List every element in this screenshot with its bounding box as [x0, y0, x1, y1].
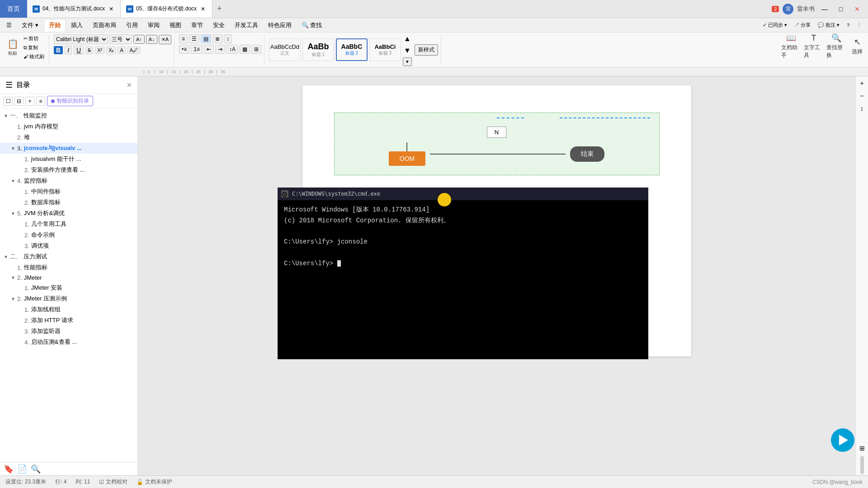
user-avatar[interactable]: 雷 — [783, 4, 793, 14]
notification-badge[interactable]: 2 — [772, 6, 779, 12]
ribbon-tab-home[interactable]: 开始 — [44, 19, 66, 32]
sidebar-add-btn[interactable]: + — [25, 97, 34, 106]
toc-item-tune[interactable]: 3. 调优项 — [0, 240, 137, 251]
rp-table-icon[interactable]: ⊞ — [857, 443, 867, 453]
sort-button[interactable]: ↕A — [226, 45, 238, 54]
help-button[interactable]: ? — [845, 21, 851, 29]
comment-button[interactable]: 💬 批注 ▾ — [816, 21, 841, 29]
toc-item-stress[interactable]: ▼ 二、 压力测试 — [0, 251, 137, 262]
toc-item-heap[interactable]: 2. 堆 — [0, 132, 137, 143]
toc-item-jmeter-test[interactable]: ▼ 2. JMeter 压测示例 — [0, 293, 137, 304]
copy-button[interactable]: ⧉ 复制 — [22, 43, 46, 52]
tab-item-1[interactable]: W 04、性能与压力测试.docx ✕ — [27, 0, 121, 18]
highlight-button[interactable]: A🖊 — [127, 47, 140, 54]
ribbon-tab-layout[interactable]: 页面布局 — [88, 19, 121, 32]
ribbon-tab-insert[interactable]: 插入 — [66, 19, 87, 32]
rp-zoom-in[interactable]: + — [857, 78, 867, 88]
toc-item-add-thread[interactable]: 1. 添加线程组 — [0, 304, 137, 315]
increase-indent-button[interactable]: ⇥ — [215, 45, 225, 54]
paste-button[interactable]: 📋 粘贴 — [5, 36, 21, 59]
strikethrough-button[interactable]: S̶ — [85, 47, 93, 54]
tab-close-1[interactable]: ✕ — [108, 5, 115, 13]
toc-item-jvisualvm-what[interactable]: 1. jvisualvm 能干什 ... — [0, 154, 137, 164]
close-button[interactable]: ✕ — [851, 3, 863, 15]
bullet-list-button[interactable]: •≡ — [179, 45, 189, 54]
toc-item-db-idx[interactable]: 2. 数据库指标 — [0, 197, 137, 208]
ribbon-tab-chapter[interactable]: 章节 — [187, 19, 208, 32]
toc-item-add-listener[interactable]: 3. 添加监听器 — [0, 326, 137, 337]
ribbon-tab-view[interactable]: 视图 — [165, 19, 186, 32]
minimize-button[interactable]: — — [818, 3, 831, 15]
style-heading2[interactable]: AaBbC 标题 2 — [336, 38, 368, 61]
increase-font-button[interactable]: A↑ — [133, 35, 145, 44]
ribbon-tab-ref[interactable]: 引用 — [122, 19, 142, 32]
play-button-overlay[interactable] — [831, 428, 854, 452]
ribbon-tab-review[interactable]: 审阅 — [143, 19, 164, 32]
sidebar-settings-btn[interactable]: ≡ — [36, 97, 45, 106]
sidebar-expand-btn[interactable]: ☐ — [4, 97, 13, 106]
toc-item-perf[interactable]: ▼ 一、 性能监控 — [0, 110, 137, 121]
ribbon-tab-menu-icon[interactable]: ☰ — [2, 19, 16, 32]
superscript-button[interactable]: X² — [95, 47, 104, 54]
text-tool-button[interactable]: T 文字工具 — [804, 34, 824, 58]
toc-item-jmeter-install[interactable]: 1. JMeter 安装 — [0, 282, 137, 293]
cmd-window[interactable]: ⚙ C:\WINDOWS\system32\cmd.exe Microsoft … — [278, 188, 648, 359]
italic-button[interactable]: I — [65, 46, 72, 55]
sidebar-outline-icon[interactable]: ☰ — [5, 80, 13, 90]
toc-item-cmd-example[interactable]: 2. 命令示例 — [0, 230, 137, 240]
justify-button[interactable]: ≣ — [212, 34, 222, 43]
toc-item-common-tools[interactable]: 1. 几个常用工具 — [0, 219, 137, 230]
bookmark-icon[interactable]: 🔖 — [4, 464, 14, 474]
ribbon-tab-find[interactable]: 🔍查找 — [297, 19, 326, 32]
align-center-button[interactable]: ☰ — [189, 34, 199, 43]
toc-item-jconsole[interactable]: ▼ 3. jconsole与jvisualv ... — [0, 143, 137, 154]
toc-item-run-test[interactable]: 4. 启动压测&查看 ... — [0, 337, 137, 347]
ribbon-tab-security[interactable]: 安全 — [208, 19, 229, 32]
bold-button[interactable]: B — [54, 46, 63, 54]
ai-recognize-button[interactable]: 智能识别目录 — [47, 96, 93, 106]
maximize-button[interactable]: □ — [835, 3, 847, 15]
tab-add-button[interactable]: + — [212, 4, 226, 14]
new-style-button[interactable]: 新样式 — [415, 44, 438, 56]
doc-nav-icon[interactable]: 📄 — [17, 464, 27, 474]
numbered-list-button[interactable]: 1≡ — [191, 45, 203, 54]
ribbon-tab-dev[interactable]: 开发工具 — [230, 19, 263, 32]
sync-button[interactable]: ✓ 已同步 ▾ — [761, 21, 789, 29]
ribbon-tab-file[interactable]: 文件 ▾ — [17, 19, 43, 32]
cut-button[interactable]: ✂ 剪切 — [22, 34, 46, 42]
rp-zoom-out[interactable]: − — [857, 91, 867, 101]
rp-fit-page[interactable]: ↕ — [857, 103, 867, 113]
toc-item-jvm-analyze[interactable]: ▼ 5. JVM 分析&调优 — [0, 208, 137, 219]
toc-item-jmeter[interactable]: ▼ 2. JMeter — [0, 273, 137, 282]
align-right-button[interactable]: ▤ — [201, 34, 211, 43]
sidebar-close-button[interactable]: ✕ — [127, 81, 132, 89]
toc-item-plugin[interactable]: 2. 安装插件方便查看 ... — [0, 164, 137, 175]
spell-check-status[interactable]: ☑ 文档校对 — [99, 478, 127, 486]
tab-item-2[interactable]: W 05、缓存&分布式锁.docx ✕ — [121, 0, 212, 18]
font-size-select[interactable]: 三号 — [109, 34, 132, 44]
clear-format-button[interactable]: ✕A — [159, 35, 171, 44]
subscript-button[interactable]: X₂ — [106, 47, 116, 54]
doc-helper-button[interactable]: 📖 文档助手 — [781, 34, 801, 58]
tab-close-2[interactable]: ✕ — [199, 5, 207, 13]
search-sidebar-icon[interactable]: 🔍 — [31, 464, 41, 474]
toc-item-add-http[interactable]: 2. 添加 HTTP 请求 — [0, 315, 137, 326]
toc-item-middleware-idx[interactable]: 1. 中间件指标 — [0, 186, 137, 197]
align-left-button[interactable]: ≡ — [179, 34, 188, 43]
toc-item-jvm-mem[interactable]: 1. jvm 内存模型 — [0, 121, 137, 132]
styles-scroll-down[interactable]: ▼ — [403, 46, 412, 56]
underline-button[interactable]: U — [74, 46, 84, 55]
decrease-indent-button[interactable]: ⇤ — [204, 45, 214, 54]
style-heading1[interactable]: AaBb 标题 1 — [302, 38, 334, 61]
styles-more-button[interactable]: ▾ — [403, 57, 412, 66]
select-button[interactable]: ↖ 选择 — [849, 34, 865, 58]
tab-home[interactable]: 首页 — [0, 0, 27, 18]
toc-item-monitor-idx[interactable]: ▼ 4. 监控指标 — [0, 175, 137, 186]
sidebar-collapse-btn[interactable]: ⊟ — [14, 97, 24, 106]
border-button[interactable]: ⊞ — [251, 45, 261, 54]
ribbon-tab-special[interactable]: 特色应用 — [264, 19, 296, 32]
line-spacing-button[interactable]: ↕ — [224, 34, 232, 43]
style-heading3[interactable]: AaBbCi 标题 3 — [369, 38, 401, 61]
share-button[interactable]: ↗ 分享 — [793, 21, 812, 29]
style-normal[interactable]: AaBbCcDd 正文 — [269, 38, 301, 61]
